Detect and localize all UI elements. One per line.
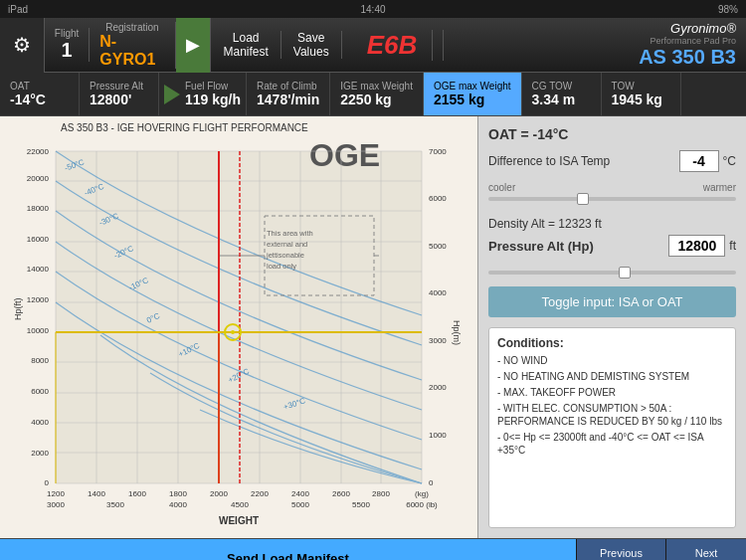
info-bar: OAT -14°C Pressure Alt 12800' Fuel Flow … (0, 73, 746, 116)
svg-text:2200: 2200 (251, 489, 269, 498)
svg-text:4000: 4000 (169, 500, 187, 509)
svg-text:(kg): (kg) (415, 489, 429, 498)
svg-text:22000: 22000 (27, 147, 50, 156)
oge-big-label: OGE (309, 137, 380, 173)
svg-text:3000: 3000 (47, 500, 65, 509)
conditions-title: Conditions: (497, 336, 727, 350)
battery-indicator: 98% (718, 4, 738, 15)
registration-section: Registration N-GYRO1 (90, 22, 175, 69)
svg-text:4500: 4500 (231, 500, 249, 509)
svg-text:16000: 16000 (27, 235, 50, 244)
svg-text:6000: 6000 (31, 387, 49, 396)
svg-text:jettisonable: jettisonable (266, 251, 304, 260)
svg-text:load only: load only (267, 262, 296, 271)
svg-text:2000: 2000 (429, 383, 447, 392)
pressure-slider-track (488, 271, 736, 275)
cg-tow-label: CG TOW (532, 81, 591, 92)
oge-weight-cell[interactable]: OGE max Weight 2155 kg (424, 73, 522, 115)
svg-text:5000: 5000 (291, 500, 309, 509)
diff-unit: °C (723, 154, 736, 168)
cg-tow-value: 3.34 m (532, 92, 591, 107)
previous-flight-button[interactable]: Previous Flight (577, 539, 666, 560)
isa-temp-slider-track (488, 197, 736, 201)
svg-text:18000: 18000 (27, 204, 50, 213)
status-bar: iPad 14:40 98% (0, 0, 746, 18)
oat-label: OAT (10, 81, 69, 92)
load-manifest-label: Load Manifest (223, 31, 268, 59)
tow-cell: TOW 1945 kg (602, 73, 681, 115)
oge-weight-value: 2155 kg (434, 92, 511, 107)
fuel-flow-value: 119 kg/h (185, 92, 241, 107)
diff-label: Difference to ISA Temp (488, 154, 679, 168)
rate-climb-value: 1478'/min (257, 92, 319, 107)
isa-temp-slider-thumb[interactable] (577, 193, 589, 205)
svg-text:6000: 6000 (429, 194, 447, 203)
gear-icon: ⚙ (13, 33, 31, 57)
svg-text:6000 (lb): 6000 (lb) (406, 500, 438, 509)
svg-text:7000: 7000 (429, 147, 447, 156)
svg-text:Hp(m): Hp(m) (452, 320, 462, 345)
next-flight-label: Next Flight (693, 547, 720, 561)
time-display: 14:40 (360, 4, 385, 15)
save-values-button[interactable]: Save Values (281, 31, 342, 59)
svg-text:2600: 2600 (332, 489, 350, 498)
svg-rect-1 (56, 151, 422, 483)
pressure-alt-unit: ft (729, 239, 736, 253)
pressure-alt-cell: Pressure Alt 12800' (80, 73, 159, 115)
e6b-label: E6B (352, 30, 434, 61)
pressure-alt-row: Pressure Alt (Hp) 12800 ft (488, 235, 736, 257)
svg-text:20000: 20000 (27, 174, 50, 183)
conditions-box: Conditions: - NO WIND - NO HEATING AND D… (488, 327, 736, 528)
isa-temp-slider-row: cooler warmer (488, 182, 736, 205)
svg-text:1200: 1200 (47, 489, 65, 498)
svg-text:3500: 3500 (106, 500, 124, 509)
next-flight-button[interactable]: Next Flight (666, 539, 746, 560)
model-label: AS 350 B3 (639, 46, 736, 69)
chart-area[interactable]: AS 350 B3 - IGE HOVERING FLIGHT PERFORMA… (0, 116, 477, 538)
svg-text:Hp(ft): Hp(ft) (13, 297, 23, 320)
svg-text:2000: 2000 (31, 449, 49, 458)
rate-climb-cell: Rate of Climb 1478'/min (247, 73, 330, 115)
oat-display: OAT = -14°C (488, 126, 736, 142)
tow-label: TOW (612, 81, 670, 92)
flight-label: Flight (55, 28, 79, 39)
svg-text:5500: 5500 (352, 500, 370, 509)
gear-button[interactable]: ⚙ (0, 18, 45, 73)
svg-text:WEIGHT: WEIGHT (219, 515, 259, 526)
cooler-label: cooler (488, 182, 515, 193)
perf-pad-label: Performance Pad Pro (639, 36, 736, 46)
top-bar: ⚙ Flight 1 Registration N-GYRO1 ▶ Load M… (0, 18, 746, 73)
density-alt-display: Density Alt = 12323 ft (488, 217, 736, 231)
svg-text:0: 0 (45, 478, 50, 487)
toggle-isa-oat-button[interactable]: Toggle input: ISA or OAT (488, 286, 736, 317)
svg-point-46 (231, 330, 235, 334)
fuel-flow-cell: Fuel Flow 119 kg/h (159, 73, 247, 115)
fuel-flow-label: Fuel Flow (185, 81, 241, 92)
send-load-manifest-button[interactable]: Send Load Manifest (0, 539, 577, 560)
registration-value: N-GYRO1 (99, 33, 164, 69)
gyronimo-logo: Gyronimo® (639, 21, 736, 36)
svg-text:14000: 14000 (27, 265, 50, 274)
save-values-label: Save Values (293, 31, 329, 59)
svg-text:2800: 2800 (372, 489, 390, 498)
condition-item-1: - NO WIND (497, 354, 727, 367)
pressure-slider-row (488, 267, 736, 279)
oat-cell: OAT -14°C (0, 73, 80, 115)
svg-text:3000: 3000 (429, 336, 447, 345)
svg-text:0: 0 (429, 478, 434, 487)
svg-text:10000: 10000 (27, 326, 50, 335)
carrier-label: iPad (8, 4, 28, 15)
pressure-slider-thumb[interactable] (619, 267, 631, 279)
play-icon: ▶ (186, 34, 200, 56)
cg-tow-cell: CG TOW 3.34 m (522, 73, 602, 115)
warmer-label: warmer (703, 182, 736, 193)
oge-weight-label: OGE max Weight (434, 81, 511, 92)
condition-item-2: - NO HEATING AND DEMISTING SYSTEM (497, 370, 727, 383)
pressure-alt-label-panel: Pressure Alt (Hp) (488, 239, 668, 254)
svg-text:1000: 1000 (429, 431, 447, 440)
flight-number: 1 (62, 39, 73, 62)
load-manifest-button[interactable]: Load Manifest (211, 31, 280, 59)
play-button[interactable]: ▶ (176, 18, 212, 73)
svg-text:2000: 2000 (210, 489, 228, 498)
registration-label: Registration (105, 22, 158, 33)
